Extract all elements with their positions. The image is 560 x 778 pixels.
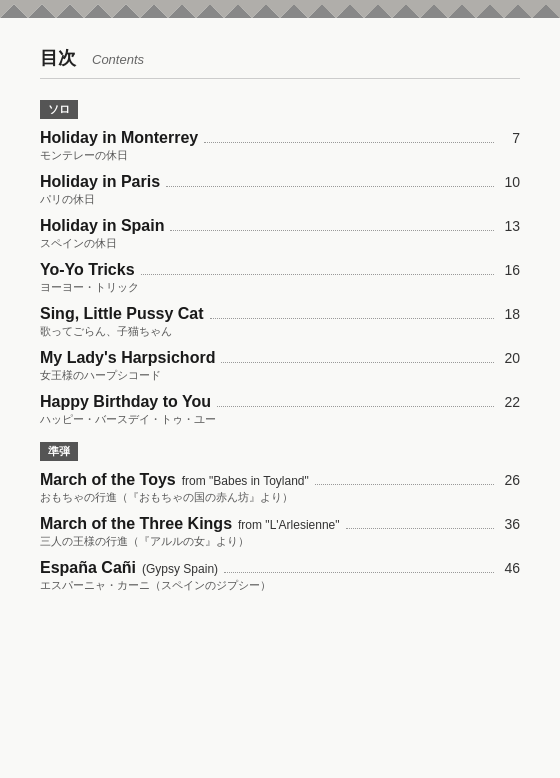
toc-subtitle: モンテレーの休日: [40, 148, 520, 163]
toc-subtitle: ヨーヨー・トリック: [40, 280, 520, 295]
toc-dots: [224, 572, 494, 573]
list-item: Happy Birthday to You 22 ハッピー・バースデイ・トゥ・ユ…: [40, 393, 520, 427]
solo-section: ソロ Holiday in Monterrey 7 モンテレーの休日 Holid…: [40, 99, 520, 427]
toc-title: March of the Three Kingsfrom "L'Arlesien…: [40, 515, 340, 533]
toc-page: 20: [500, 350, 520, 366]
toc-subtitle: おもちゃの行進（『おもちゃの国の赤ん坊』より）: [40, 490, 520, 505]
jundan-badge: 準弾: [40, 441, 520, 471]
toc-subtitle: スペインの休日: [40, 236, 520, 251]
toc-title: Happy Birthday to You: [40, 393, 211, 411]
toc-dots: [221, 362, 494, 363]
toc-subtitle: 女王様のハープシコード: [40, 368, 520, 383]
toc-page: 26: [500, 472, 520, 488]
toc-page: 16: [500, 262, 520, 278]
toc-title: March of the Toysfrom "Babes in Toyland": [40, 471, 309, 489]
toc-subtitle: 歌ってごらん、子猫ちゃん: [40, 324, 520, 339]
toc-page: 36: [500, 516, 520, 532]
jundan-section: 準弾 March of the Toysfrom "Babes in Toyla…: [40, 441, 520, 593]
top-decorative-border: [0, 0, 560, 18]
list-item: Sing, Little Pussy Cat 18 歌ってごらん、子猫ちゃん: [40, 305, 520, 339]
list-item: Holiday in Spain 13 スペインの休日: [40, 217, 520, 251]
toc-title: Holiday in Monterrey: [40, 129, 198, 147]
toc-title: Holiday in Spain: [40, 217, 164, 235]
toc-page: 10: [500, 174, 520, 190]
header-title-english: Contents: [92, 52, 144, 67]
page-header: 目次 Contents: [40, 46, 520, 79]
list-item: Yo-Yo Tricks 16 ヨーヨー・トリック: [40, 261, 520, 295]
toc-subtitle: 三人の王様の行進（『アルルの女』より）: [40, 534, 520, 549]
list-item: España Cañi(Gypsy Spain) 46 エスパーニャ・カーニ（ス…: [40, 559, 520, 593]
toc-title: Sing, Little Pussy Cat: [40, 305, 204, 323]
toc-dots: [141, 274, 494, 275]
toc-title: Yo-Yo Tricks: [40, 261, 135, 279]
toc-title: Holiday in Paris: [40, 173, 160, 191]
list-item: March of the Toysfrom "Babes in Toyland"…: [40, 471, 520, 505]
toc-page: 46: [500, 560, 520, 576]
toc-subtitle: ハッピー・バースデイ・トゥ・ユー: [40, 412, 520, 427]
solo-badge: ソロ: [40, 99, 520, 129]
toc-page: 22: [500, 394, 520, 410]
list-item: Holiday in Paris 10 パリの休日: [40, 173, 520, 207]
header-title-japanese: 目次: [40, 46, 76, 70]
toc-dots: [346, 528, 494, 529]
list-item: Holiday in Monterrey 7 モンテレーの休日: [40, 129, 520, 163]
list-item: March of the Three Kingsfrom "L'Arlesien…: [40, 515, 520, 549]
list-item: My Lady's Harpsichord 20 女王様のハープシコード: [40, 349, 520, 383]
toc-page: 7: [500, 130, 520, 146]
content-area: 目次 Contents ソロ Holiday in Monterrey 7 モン…: [0, 18, 560, 778]
toc-dots: [166, 186, 494, 187]
toc-title: España Cañi(Gypsy Spain): [40, 559, 218, 577]
toc-dots: [204, 142, 494, 143]
toc-dots: [315, 484, 494, 485]
toc-title: My Lady's Harpsichord: [40, 349, 215, 367]
toc-subtitle: パリの休日: [40, 192, 520, 207]
toc-dots: [170, 230, 494, 231]
toc-dots: [217, 406, 494, 407]
toc-dots: [210, 318, 494, 319]
toc-page: 18: [500, 306, 520, 322]
toc-subtitle: エスパーニャ・カーニ（スペインのジプシー）: [40, 578, 520, 593]
toc-page: 13: [500, 218, 520, 234]
